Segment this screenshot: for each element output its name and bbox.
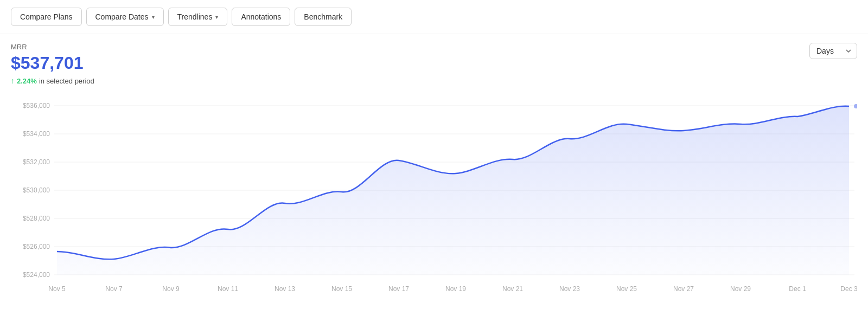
metric-label: MRR (11, 43, 857, 51)
chart-area: $536,000 $534,000 $532,000 $530,000 $528… (11, 92, 857, 298)
svg-text:$524,000: $524,000 (23, 271, 50, 279)
svg-text:Nov 25: Nov 25 (616, 285, 637, 293)
svg-text:Nov 5: Nov 5 (48, 285, 66, 293)
annotations-label: Annotations (241, 12, 281, 21)
trend-up-icon: ↑ (11, 76, 15, 85)
svg-text:$536,000: $536,000 (23, 102, 50, 109)
change-text: in selected period (39, 77, 94, 85)
granularity-wrapper: Days Weeks Months (809, 43, 857, 59)
svg-text:Nov 7: Nov 7 (105, 285, 123, 293)
metric-change: ↑ 2.24% in selected period (11, 76, 857, 85)
compare-dates-label: Compare Dates (95, 12, 149, 21)
compare-plans-button[interactable]: Compare Plans (11, 8, 82, 26)
svg-text:Dec 1: Dec 1 (789, 285, 806, 293)
svg-text:$534,000: $534,000 (23, 130, 50, 138)
toolbar: Compare Plans Compare Dates ▾ Trendlines… (0, 0, 868, 34)
svg-text:$526,000: $526,000 (23, 243, 50, 250)
chart-svg: $536,000 $534,000 $532,000 $530,000 $528… (11, 92, 857, 298)
svg-point-14 (854, 104, 857, 108)
trendlines-label: Trendlines (177, 12, 213, 21)
granularity-select[interactable]: Days Weeks Months (809, 43, 857, 59)
compare-dates-button[interactable]: Compare Dates ▾ (86, 8, 164, 26)
svg-text:Nov 9: Nov 9 (162, 285, 180, 293)
svg-text:$528,000: $528,000 (23, 215, 50, 222)
svg-text:Nov 17: Nov 17 (388, 285, 409, 293)
trendlines-button[interactable]: Trendlines ▾ (168, 8, 228, 26)
svg-text:Nov 11: Nov 11 (218, 285, 238, 293)
change-percent: 2.24% (17, 77, 37, 85)
svg-text:Nov 15: Nov 15 (331, 285, 352, 293)
chart-container: MRR $537,701 ↑ 2.24% in selected period … (0, 34, 868, 298)
benchmark-button[interactable]: Benchmark (295, 8, 352, 26)
svg-text:Nov 13: Nov 13 (275, 285, 295, 293)
compare-dates-chevron-icon: ▾ (152, 14, 155, 20)
metric-value: $537,701 (11, 53, 857, 73)
annotations-button[interactable]: Annotations (232, 8, 290, 26)
svg-text:$530,000: $530,000 (23, 186, 50, 194)
svg-text:Dec 3: Dec 3 (840, 285, 857, 293)
svg-text:$532,000: $532,000 (23, 158, 50, 166)
trendlines-chevron-icon: ▾ (215, 14, 218, 20)
svg-text:Nov 19: Nov 19 (445, 285, 466, 293)
benchmark-label: Benchmark (304, 12, 342, 21)
svg-text:Nov 27: Nov 27 (673, 285, 694, 293)
svg-text:Nov 21: Nov 21 (502, 285, 523, 293)
svg-text:Nov 29: Nov 29 (730, 285, 751, 293)
svg-text:Nov 23: Nov 23 (559, 285, 580, 293)
compare-plans-label: Compare Plans (20, 12, 73, 21)
